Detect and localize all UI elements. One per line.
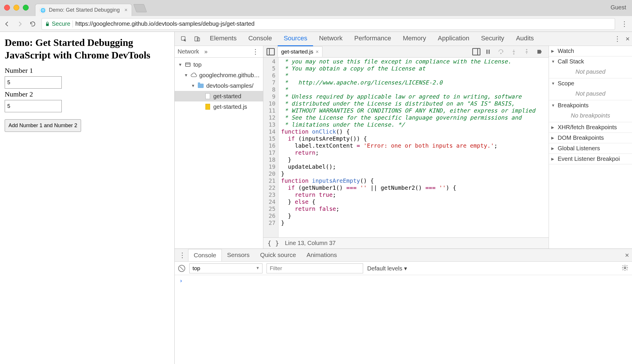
drawer-tab-animations[interactable]: Animations bbox=[301, 249, 342, 261]
inspect-element-button[interactable] bbox=[177, 33, 190, 45]
close-icon[interactable]: × bbox=[316, 49, 319, 55]
folder-icon bbox=[198, 84, 204, 88]
divider bbox=[73, 20, 73, 27]
browser-menu-button[interactable]: ⋮ bbox=[620, 19, 629, 29]
add-button[interactable]: Add Number 1 and Number 2 bbox=[5, 119, 81, 132]
profile-label[interactable]: Guest bbox=[611, 4, 626, 11]
navigator-overflow-button[interactable]: » bbox=[204, 48, 207, 55]
tree-folder[interactable]: ▼ devtools-samples/ bbox=[175, 80, 263, 91]
svg-rect-3 bbox=[267, 48, 274, 55]
devtools-tab-performance[interactable]: Performance bbox=[348, 31, 397, 46]
svg-rect-2 bbox=[197, 38, 200, 41]
clear-console-button[interactable] bbox=[178, 265, 185, 272]
debugger-section-scope[interactable]: ▼Scope bbox=[549, 78, 632, 89]
drawer-tabbar: ⋮ ConsoleSensorsQuick sourceAnimations × bbox=[175, 249, 632, 262]
browser-tab[interactable]: 🌐 Demo: Get Started Debugging × bbox=[35, 4, 132, 16]
drawer-tab-sensors[interactable]: Sensors bbox=[222, 249, 255, 261]
debugger-pane: ▶Watch▼Call StackNot paused▼ScopeNot pau… bbox=[549, 46, 632, 249]
debugger-section-breakpoints[interactable]: ▼Breakpoints bbox=[549, 100, 632, 111]
code-area[interactable]: 4567891011121314151617181920212223242526… bbox=[263, 58, 549, 237]
devtools-tab-elements[interactable]: Elements bbox=[204, 31, 243, 46]
log-levels-dropdown[interactable]: Default levels ▾ bbox=[367, 265, 407, 272]
number2-input[interactable] bbox=[5, 100, 62, 112]
devtools-tab-memory[interactable]: Memory bbox=[397, 31, 432, 46]
lock-icon bbox=[45, 21, 50, 27]
number2-label: Number 2 bbox=[5, 90, 170, 98]
secure-indicator: Secure bbox=[45, 20, 70, 27]
source-editor: get-started.js × bbox=[263, 46, 549, 249]
deactivate-breakpoints-button[interactable] bbox=[535, 47, 544, 56]
forward-button[interactable] bbox=[16, 20, 24, 28]
devtools-tab-sources[interactable]: Sources bbox=[278, 31, 313, 46]
debugger-controls bbox=[481, 47, 546, 56]
debugger-section-global-listeners[interactable]: ▶Global Listeners bbox=[549, 143, 632, 153]
console-settings-button[interactable] bbox=[621, 264, 628, 272]
svg-point-7 bbox=[501, 53, 502, 54]
console-filter-input[interactable] bbox=[267, 263, 363, 273]
number1-input[interactable] bbox=[5, 76, 62, 89]
device-toolbar-button[interactable] bbox=[190, 33, 204, 45]
window-maximize-button[interactable] bbox=[23, 5, 29, 11]
tree-file-html[interactable]: get-started bbox=[175, 91, 263, 101]
drawer-tab-quick-source[interactable]: Quick source bbox=[255, 249, 301, 261]
devtools-tab-security[interactable]: Security bbox=[475, 31, 510, 46]
browser-tabstrip: 🌐 Demo: Get Started Debugging × Guest bbox=[0, 0, 632, 16]
debugger-section-call-stack[interactable]: ▼Call Stack bbox=[549, 56, 632, 67]
svg-rect-5 bbox=[487, 49, 488, 54]
tree-top-frame[interactable]: ▼ top bbox=[175, 59, 263, 70]
navigator-view-network[interactable]: Network bbox=[178, 48, 199, 55]
devtools-tab-audits[interactable]: Audits bbox=[510, 31, 540, 46]
editor-tab[interactable]: get-started.js × bbox=[277, 46, 322, 57]
debugger-section-dom-breakpoints[interactable]: ▶DOM Breakpoints bbox=[549, 133, 632, 143]
debugger-section-watch[interactable]: ▶Watch bbox=[549, 46, 632, 56]
svg-rect-1 bbox=[195, 37, 198, 41]
new-tab-button[interactable] bbox=[133, 4, 147, 12]
debugger-section-event-listener-breakpoi[interactable]: ▶Event Listener Breakpoi bbox=[549, 154, 632, 164]
number1-label: Number 1 bbox=[5, 67, 170, 75]
toggle-navigator-button[interactable] bbox=[266, 47, 276, 56]
window-minimize-button[interactable] bbox=[13, 5, 19, 11]
navigator-tabs: Network » ⋮ bbox=[175, 46, 263, 58]
step-over-button[interactable] bbox=[497, 47, 505, 56]
page-content: Demo: Get Started Debugging JavaScript w… bbox=[0, 32, 175, 364]
svg-point-9 bbox=[526, 49, 527, 50]
devtools: ElementsConsoleSourcesNetworkPerformance… bbox=[175, 32, 632, 364]
navigator-menu-button[interactable]: ⋮ bbox=[251, 47, 260, 56]
file-tree: ▼ top ▼ googlechrome.github… ▼ devtools-… bbox=[175, 58, 263, 114]
svg-rect-4 bbox=[473, 48, 480, 55]
drawer-menu-button[interactable]: ⋮ bbox=[178, 251, 187, 260]
console-context-select[interactable]: top bbox=[189, 263, 262, 273]
editor-status-bar: { } Line 13, Column 37 bbox=[263, 237, 549, 249]
console-output[interactable] bbox=[175, 275, 632, 364]
page-title: Demo: Get Started Debugging JavaScript w… bbox=[5, 37, 170, 61]
window-close-button[interactable] bbox=[4, 5, 10, 11]
drawer-close-button[interactable]: × bbox=[625, 251, 629, 259]
toggle-debugger-pane-button[interactable] bbox=[471, 47, 481, 56]
back-button[interactable] bbox=[3, 20, 11, 28]
window-controls bbox=[4, 5, 29, 11]
drawer-tab-console[interactable]: Console bbox=[188, 249, 222, 261]
address-bar[interactable]: Secure https://googlechrome.github.io/de… bbox=[42, 18, 615, 30]
step-into-button[interactable] bbox=[509, 47, 518, 56]
svg-point-10 bbox=[624, 267, 626, 269]
step-out-button[interactable] bbox=[522, 47, 531, 56]
devtools-menu-button[interactable]: ⋮ bbox=[613, 34, 622, 44]
cloud-icon bbox=[190, 72, 197, 78]
cursor-position: Line 13, Column 37 bbox=[285, 240, 336, 246]
devtools-close-button[interactable]: × bbox=[626, 35, 630, 43]
pause-button[interactable] bbox=[484, 47, 492, 56]
devtools-tab-application[interactable]: Application bbox=[432, 31, 475, 46]
tab-title: Demo: Get Started Debugging bbox=[49, 7, 120, 13]
reload-button[interactable] bbox=[29, 20, 37, 28]
close-icon[interactable]: × bbox=[124, 7, 128, 13]
tree-origin[interactable]: ▼ googlechrome.github… bbox=[175, 70, 263, 80]
tree-file-js[interactable]: get-started.js bbox=[175, 101, 263, 112]
svg-rect-6 bbox=[489, 49, 490, 54]
devtools-tab-console[interactable]: Console bbox=[243, 31, 278, 46]
console-prompt[interactable] bbox=[179, 277, 627, 284]
pretty-print-button[interactable]: { } bbox=[267, 239, 279, 247]
debugger-section-xhr-fetch-breakpoints[interactable]: ▶XHR/fetch Breakpoints bbox=[549, 122, 632, 132]
url-text: https://googlechrome.github.io/devtools-… bbox=[75, 20, 255, 27]
devtools-tab-network[interactable]: Network bbox=[313, 31, 348, 46]
devtools-tabbar: ElementsConsoleSourcesNetworkPerformance… bbox=[175, 32, 632, 46]
